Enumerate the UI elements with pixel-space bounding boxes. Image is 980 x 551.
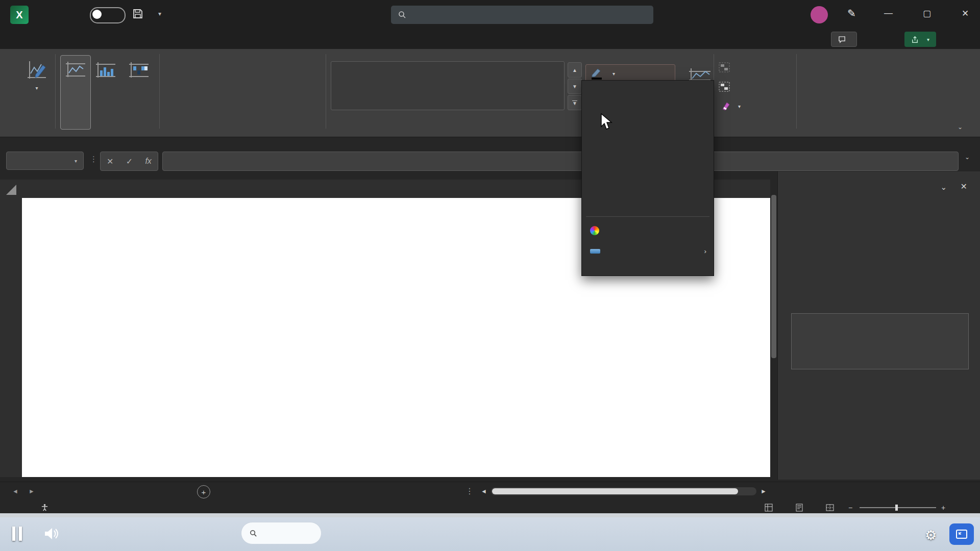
save-icon[interactable] [132,8,144,20]
video-pause-button[interactable] [12,527,22,541]
collapse-ribbon-icon[interactable]: ⌄ [958,123,963,131]
maximize-button[interactable]: ▢ [923,8,931,19]
sheet-tabs-bar: ◄ ► + ⋮ ◄ ► [0,482,980,503]
search-icon [398,11,406,19]
sheet-nav-right-icon[interactable]: ► [29,488,35,495]
minimize-button[interactable]: — [884,8,893,18]
video-progress-bar[interactable] [0,513,980,517]
status-bar: − + [0,502,980,513]
formula-input[interactable] [162,152,959,171]
ungroup-icon [719,82,730,92]
sparkline-style-gallery [331,61,565,110]
column-sparkline-button[interactable] [88,56,124,86]
submenu-arrow-icon: › [704,247,707,255]
enter-formula-icon[interactable]: ✓ [126,157,133,166]
excel-logo-icon: X [10,6,29,24]
chevron-down-icon: ▾ [927,37,929,42]
chevron-down-icon[interactable]: ⌄ [940,183,947,192]
gallery-scroll-down-button[interactable]: ▼ [568,79,582,94]
ink-pen-icon[interactable]: ✎ [847,7,856,19]
name-box[interactable]: ▾ [6,152,84,170]
expand-formula-bar-icon[interactable]: ⌄ [965,154,970,161]
chevron-down-icon: ▾ [35,85,38,91]
group-separator [159,54,160,129]
gallery-scroll-up-button[interactable]: ▲ [568,62,582,78]
title-bar: X ▾ ✎ — ▢ ✕ [0,0,980,30]
horizontal-scrollbar-thumb[interactable] [492,488,738,494]
toggle-knob [92,10,102,19]
chevron-down-icon: ▾ [75,158,77,164]
line-weight-icon [590,249,600,254]
ungroup-button[interactable] [719,82,734,92]
line-sparkline-icon [65,59,86,80]
search-input[interactable] [391,6,653,24]
more-colors-item[interactable] [582,222,714,239]
mouse-cursor [600,113,614,131]
sparkline-color-menu: › [581,80,714,276]
ribbon-tab-row: ▾ [0,30,980,49]
zoom-slider-thumb[interactable] [895,505,898,511]
horizontal-scrollbar[interactable] [491,487,756,495]
zoom-slider[interactable] [860,507,936,508]
sheet-nav-left-icon[interactable]: ◄ [12,488,18,495]
zoom-in-icon[interactable]: + [941,504,945,512]
weight-item[interactable]: › [582,243,714,259]
close-pane-icon[interactable]: ✕ [961,182,967,191]
group-icon [719,62,730,72]
chevron-down-icon: ▾ [158,10,161,17]
gallery-more-button[interactable]: ▼ [568,95,582,110]
cancel-formula-icon[interactable]: ✕ [107,157,113,166]
group-separator [326,54,326,129]
insert-function-icon[interactable]: fx [145,157,151,166]
document-title[interactable]: ▾ [153,9,161,17]
formula-buttons: ✕ ✓ fx [100,152,158,171]
select-all-corner[interactable] [6,185,16,195]
windows-taskbar [0,517,980,551]
alt-text-pane: ⌄ ✕ [777,171,980,480]
alt-text-textarea[interactable] [791,313,969,369]
page-layout-view-icon[interactable] [795,504,803,512]
column-sparkline-icon [95,59,116,81]
edit-data-icon [27,59,47,82]
comments-button[interactable] [831,32,857,47]
sparkline-ribbon: ▾ ▲ ▼ [0,49,980,137]
page-break-view-icon[interactable] [826,504,834,512]
clear-button[interactable]: ▾ [719,101,741,111]
new-sheet-button[interactable]: + [197,485,210,498]
chevron-down-icon: ▾ [738,104,741,109]
search-icon [250,530,257,537]
accessibility-icon [41,504,48,511]
group-button[interactable] [719,62,734,72]
line-sparkline-button[interactable] [60,55,91,130]
winloss-sparkline-button[interactable] [121,56,156,86]
close-button[interactable]: ✕ [962,8,969,19]
edit-data-button[interactable]: ▾ [16,56,57,95]
alt-text-question [791,203,967,205]
clear-eraser-icon [719,101,730,111]
autosave-toggle[interactable] [90,7,126,23]
zoom-out-icon[interactable]: − [848,504,852,512]
share-icon [911,36,919,43]
namebox-divider: ⋮ [90,155,97,164]
hscroll-left-icon[interactable]: ◄ [481,488,487,495]
comment-icon [838,36,846,43]
excel-tutorial-video-frame: X ▾ ✎ — ▢ ✕ ▾ [0,0,980,551]
tab-split-handle[interactable]: ⋮ [465,486,474,496]
group-separator [796,54,797,129]
taskbar-search[interactable] [241,522,322,544]
video-volume-icon[interactable] [44,527,59,540]
video-settings-gear-icon[interactable]: ⚙ [925,528,937,543]
avatar[interactable] [811,6,828,23]
color-wheel-icon [590,226,599,235]
video-miniplayer-button[interactable] [949,523,974,545]
share-button[interactable]: ▾ [904,32,936,47]
winloss-sparkline-icon [129,59,149,81]
menu-divider [586,216,709,217]
sparkline-color-icon [590,67,603,80]
hscroll-right-icon[interactable]: ► [761,488,767,495]
normal-view-icon[interactable] [765,504,773,512]
vertical-scrollbar-thumb[interactable] [771,195,776,358]
chevron-down-icon: ▾ [612,71,615,77]
row-headers [0,198,22,477]
vertical-scrollbar[interactable] [770,180,777,477]
